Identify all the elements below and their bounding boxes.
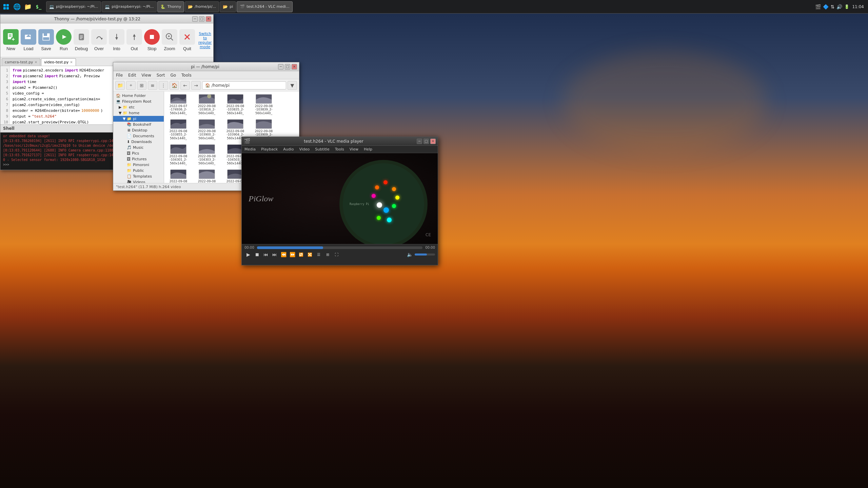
fm-tree-etc[interactable]: ▶ 📁 etc — [113, 104, 164, 110]
vlc-menu-view[interactable]: View — [350, 147, 358, 151]
vlc-next-button[interactable]: ⏭ — [271, 251, 278, 258]
stop-button[interactable]: Stop — [144, 25, 160, 55]
video-tab-close[interactable]: ✕ — [70, 60, 73, 64]
thonny-minimize-button[interactable]: ─ — [192, 16, 198, 22]
file-item-0[interactable]: 2022-09-07-174936_2-560x1440_ — [165, 93, 191, 117]
switch-mode-button[interactable]: Switch to regular mode — [197, 30, 213, 50]
fm-tree-pics[interactable]: 🖼 Pics — [113, 150, 164, 156]
fm-maximize-button[interactable]: □ — [285, 64, 290, 69]
vlc-video-area[interactable]: Raspberry Pi PiGlow CE — [242, 153, 438, 244]
fm-menu-go[interactable]: Go — [170, 73, 176, 78]
taskbar-app-terminal2[interactable]: 💻 pi@raspberrypi: ~/Pi... — [102, 1, 157, 12]
taskbar-app-thonny[interactable]: 🐍 Thonny — [157, 1, 184, 12]
file-item-1[interactable]: 2022-09-08-103816_2-560x1440_ — [194, 93, 220, 117]
thonny-close-button[interactable]: ✕ — [206, 16, 211, 22]
bluetooth-icon[interactable]: 🔷 — [823, 4, 829, 9]
into-button[interactable]: Into — [109, 25, 124, 55]
network-arrows-icon[interactable]: ⇅ — [831, 4, 835, 9]
fm-compact-view-btn[interactable]: ⋮ — [159, 81, 168, 90]
fm-menu-tools[interactable]: Tools — [181, 73, 192, 78]
fm-home-btn[interactable]: 🏠 — [170, 81, 179, 90]
battery-icon[interactable]: 🔋 — [844, 4, 849, 9]
zoom-button[interactable]: Zoom — [162, 25, 177, 55]
fm-new-folder-btn[interactable]: 📁 — [115, 81, 125, 90]
camera-tab-close[interactable]: ✕ — [35, 60, 37, 64]
vlc-shuffle-button[interactable]: 🔀 — [306, 251, 314, 258]
file-item-4[interactable]: 2022-09-08-103855_2-560x1440_ — [165, 118, 191, 142]
out-button[interactable]: Out — [126, 25, 142, 55]
vlc-prev-button[interactable]: ⏮ — [262, 251, 270, 258]
save-button[interactable]: Save — [38, 25, 54, 55]
new-button[interactable]: New — [3, 25, 19, 55]
vlc-rewind-button[interactable]: ⏪ — [280, 251, 287, 258]
tab-video-test[interactable]: video-test.py ✕ — [41, 58, 76, 66]
vlc-mute-button[interactable]: 🔈 — [406, 251, 413, 258]
load-button[interactable]: Load — [21, 25, 36, 55]
fm-tree-pimoroni[interactable]: 📁 Pimoroni — [113, 162, 164, 168]
vlc-titlebar[interactable]: 🎬 test.h264 - VLC media player ─ □ ✕ — [242, 137, 438, 146]
vlc-menu-audio[interactable]: Audio — [283, 147, 294, 151]
fm-menu-file[interactable]: File — [116, 73, 123, 78]
taskbar-app-terminal1[interactable]: 💻 pi@raspberrypi: ~/Pi... — [46, 1, 101, 12]
folder-icon-taskbar[interactable]: 📁 — [23, 2, 33, 12]
fm-menu-sort[interactable]: Sort — [157, 73, 165, 78]
fm-menu-edit[interactable]: Edit — [128, 73, 136, 78]
volume-icon[interactable]: 🔊 — [836, 4, 842, 9]
fm-tree-templates[interactable]: 📋 Templates — [113, 174, 164, 179]
file-item-13[interactable]: 2022-09-08-112048_1-920x1080_ — [194, 168, 220, 183]
file-item-2[interactable]: 2022-09-08-103835_2-560x1440_ — [222, 93, 248, 117]
vlc-playlist-button[interactable]: ☰ — [315, 251, 322, 258]
tab-camera-test[interactable]: camera-test.py ✕ — [2, 58, 40, 66]
globe-icon[interactable]: 🌐 — [12, 2, 22, 12]
fm-tree-pictures[interactable]: 🖼 Pictures — [113, 156, 164, 162]
thonny-titlebar[interactable]: Thonny — /home/pi/video-test.py @ 13:22 … — [0, 15, 213, 23]
vlc-ffwd-button[interactable]: ⏩ — [289, 251, 296, 258]
thonny-maximize-button[interactable]: □ — [199, 16, 204, 22]
vlc-loop-button[interactable]: 🔁 — [297, 251, 305, 258]
start-button[interactable] — [1, 2, 11, 12]
fm-tree-documents[interactable]: 📄 Documents — [113, 133, 164, 139]
fm-back-btn[interactable]: ← — [180, 81, 190, 90]
fm-search-btn[interactable]: ▼ — [288, 81, 297, 90]
fm-titlebar[interactable]: pi — /home/pi ─ □ ✕ — [113, 62, 299, 71]
vlc-fullscreen-button[interactable]: ⛶ — [333, 251, 340, 258]
fm-tree-videos[interactable]: 🎥 Videos — [113, 179, 164, 183]
fm-list-view-btn[interactable]: ≡ — [148, 81, 157, 90]
fm-tree-desktop[interactable]: 🖥 Desktop — [113, 127, 164, 133]
taskbar-app-vlc[interactable]: 🎬 test.h264 - VLC medi... — [237, 1, 292, 12]
fm-tree-downloads[interactable]: ⬇ Downloads — [113, 139, 164, 145]
fm-tree-pi[interactable]: ▼ 📁 pi — [113, 116, 164, 122]
quit-button[interactable]: Quit — [179, 25, 195, 55]
vlc-stop-button[interactable]: ⏹ — [253, 251, 261, 258]
vlc-extend-button[interactable]: ⊞ — [324, 251, 331, 258]
fm-forward-btn[interactable]: → — [191, 81, 201, 90]
vlc-close-button[interactable]: ✕ — [430, 139, 436, 144]
fm-tree-home-folder[interactable]: 🏠 Home Folder — [113, 93, 164, 99]
debug-button[interactable]: Debug — [74, 25, 89, 55]
taskbar-app-pi[interactable]: 📂 pi — [220, 1, 236, 12]
fm-tree-home[interactable]: ▼ 📁 home — [113, 110, 164, 116]
fm-new-tab-btn[interactable]: + — [126, 81, 136, 90]
vlc-maximize-button[interactable]: □ — [423, 139, 429, 144]
fm-tree-music[interactable]: 🎵 Music — [113, 145, 164, 150]
fm-icon-view-btn[interactable]: ⊞ — [137, 81, 146, 90]
fm-close-button[interactable]: ✕ — [292, 64, 297, 69]
taskbar-app-pi-folder[interactable]: 📂 /home/pi/... — [185, 1, 219, 12]
vlc-volume-bar[interactable] — [415, 253, 435, 256]
vlc-progress-bar[interactable] — [257, 246, 422, 249]
file-item-12[interactable]: 2022-09-08-112045_1-920x1080_ — [165, 168, 191, 183]
file-item-8[interactable]: 2022-09-08-104301_2-560x1440_ — [165, 143, 191, 167]
vlc-menu-video[interactable]: Video — [299, 147, 310, 151]
vlc-menu-playback[interactable]: Playback — [261, 147, 278, 151]
file-item-3[interactable]: 2022-09-08-103839_2-560x1440_ — [251, 93, 277, 117]
vlc-minimize-button[interactable]: ─ — [417, 139, 422, 144]
terminal-icon-taskbar[interactable]: $_ — [34, 2, 43, 12]
vlc-play-button[interactable]: ▶ — [244, 251, 252, 258]
fm-minimize-button[interactable]: ─ — [278, 64, 283, 69]
fm-tree-bookshelf[interactable]: 📚 Bookshelf — [113, 122, 164, 127]
vlc-menu-media[interactable]: Media — [244, 147, 256, 151]
run-button[interactable]: Run — [56, 25, 72, 55]
vlc-menu-help[interactable]: Help — [364, 147, 372, 151]
file-item-9[interactable]: 2022-09-08-104303_2-560x1440_ — [194, 143, 220, 167]
fm-menu-view[interactable]: View — [141, 73, 151, 78]
